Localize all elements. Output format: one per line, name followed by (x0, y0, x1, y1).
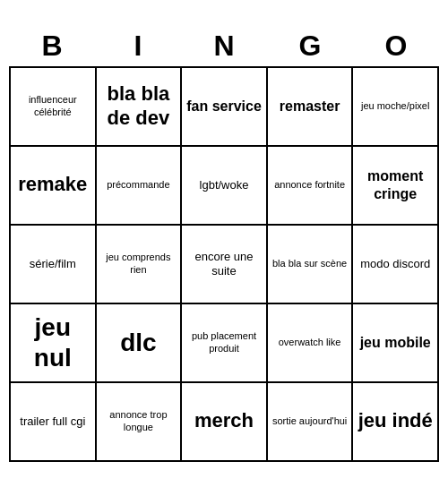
bingo-cell-5[interactable]: remake (11, 147, 97, 226)
bingo-cell-19[interactable]: jeu mobile (353, 304, 439, 383)
bingo-cell-17[interactable]: pub placement produit (182, 304, 268, 383)
bingo-cell-14[interactable]: modo discord (353, 226, 439, 304)
bingo-cell-22[interactable]: merch (182, 383, 268, 462)
bingo-cell-24[interactable]: jeu indé (353, 383, 439, 462)
bingo-cell-20[interactable]: trailer full cgi (11, 383, 97, 462)
bingo-header: B I N G O (9, 26, 439, 66)
bingo-cell-6[interactable]: précommande (97, 147, 183, 226)
bingo-cell-21[interactable]: annonce trop longue (97, 383, 183, 462)
bingo-cell-23[interactable]: sortie aujourd'hui (268, 383, 354, 462)
bingo-cell-12[interactable]: encore une suite (182, 226, 268, 304)
bingo-cell-1[interactable]: bla bla de dev (97, 68, 183, 147)
bingo-cell-16[interactable]: dlc (97, 304, 183, 383)
bingo-cell-9[interactable]: moment cringe (353, 147, 439, 226)
bingo-cell-13[interactable]: bla bla sur scène (268, 226, 354, 304)
bingo-cell-7[interactable]: lgbt/woke (182, 147, 268, 226)
header-o: O (353, 26, 439, 66)
bingo-card: B I N G O influenceur célébritébla bla d… (9, 26, 439, 462)
bingo-cell-8[interactable]: annonce fortnite (268, 147, 354, 226)
header-n: N (181, 26, 267, 66)
bingo-cell-15[interactable]: jeu nul (11, 304, 97, 383)
bingo-grid: influenceur célébritébla bla de devfan s… (9, 66, 439, 462)
bingo-cell-18[interactable]: overwatch like (268, 304, 354, 383)
bingo-cell-3[interactable]: remaster (268, 68, 354, 147)
bingo-cell-0[interactable]: influenceur célébrité (11, 68, 97, 147)
bingo-cell-11[interactable]: jeu comprends rien (97, 226, 183, 304)
header-g: G (267, 26, 353, 66)
bingo-cell-10[interactable]: série/film (11, 226, 97, 304)
header-b: B (9, 26, 95, 66)
bingo-cell-2[interactable]: fan service (182, 68, 268, 147)
header-i: I (95, 26, 181, 66)
bingo-cell-4[interactable]: jeu moche/pixel (353, 68, 439, 147)
